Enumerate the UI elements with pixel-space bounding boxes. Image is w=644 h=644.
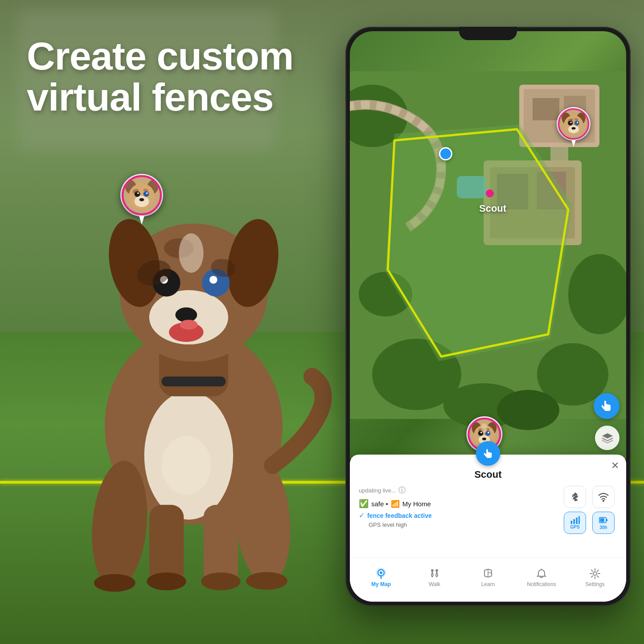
svg-rect-92	[578, 516, 580, 524]
nav-item-my-map[interactable]: My Map	[363, 567, 399, 587]
svg-point-33	[201, 573, 241, 591]
fence-status-text: fence feedback active	[367, 512, 432, 519]
svg-point-88	[603, 500, 604, 502]
phone-screen: Scout	[350, 31, 626, 602]
nav-label-learn: Learn	[481, 581, 495, 587]
sheet-content: updating live... ⓘ ✅ safe • 📶 My Home ✓ …	[350, 480, 626, 539]
svg-point-66	[574, 121, 579, 126]
nav-item-settings[interactable]: Settings	[577, 567, 613, 587]
sheet-gps-text: GPS level high	[369, 521, 558, 528]
nav-item-walk[interactable]: Walk	[417, 567, 452, 587]
map-background-svg	[350, 31, 626, 459]
phone-frame: Scout	[345, 27, 631, 606]
svg-rect-89	[570, 521, 572, 524]
battery-badge: 30h	[592, 512, 615, 534]
svg-point-100	[435, 569, 438, 572]
map-area: Scout	[350, 31, 626, 459]
svg-point-25	[180, 320, 197, 329]
pin-tail-left	[139, 216, 144, 225]
location-text: My Home	[402, 500, 431, 508]
svg-rect-94	[600, 518, 604, 522]
nav-item-notifications[interactable]: Notifications	[524, 567, 559, 587]
svg-point-4	[135, 196, 149, 207]
svg-point-67	[570, 122, 571, 123]
nav-item-learn[interactable]: Learn	[470, 567, 506, 587]
phone-wrapper: Scout	[345, 27, 631, 606]
headline-line2: virtual fences	[27, 75, 273, 119]
headline-line1: Create custom	[27, 34, 293, 78]
nav-label-settings: Settings	[585, 581, 604, 587]
svg-point-84	[481, 423, 487, 433]
map-layers-button[interactable]	[595, 426, 619, 450]
walk-icon	[428, 567, 441, 580]
svg-rect-91	[576, 517, 578, 524]
svg-point-31	[147, 573, 186, 591]
sheet-left-info: updating live... ⓘ ✅ safe • 📶 My Home ✓ …	[359, 486, 558, 534]
svg-point-99	[431, 569, 434, 572]
map-dog-pin-top[interactable]	[557, 107, 591, 147]
svg-rect-90	[573, 519, 575, 524]
sheet-right-badges: GPS 30h	[564, 486, 617, 534]
headline-container: Create custom virtual fences	[27, 36, 303, 118]
svg-point-7	[137, 193, 139, 194]
gps-label: GPS	[570, 525, 579, 529]
sheet-safe-status: ✅ safe • 📶 My Home	[359, 499, 558, 509]
svg-point-81	[482, 438, 486, 440]
notifications-icon	[535, 567, 548, 580]
map-hand-button[interactable]	[594, 393, 619, 419]
safe-text: safe •	[371, 500, 388, 508]
nav-label-notifications: Notifications	[527, 581, 556, 587]
sheet-hand-btn[interactable]	[476, 441, 500, 466]
svg-point-29	[179, 234, 203, 273]
svg-rect-48	[533, 98, 559, 120]
dog-avatar-left	[122, 175, 162, 215]
battery-label: 30h	[599, 525, 607, 530]
phone-notch	[459, 27, 517, 40]
svg-point-101	[593, 572, 597, 575]
fence-check-icon: ✓	[359, 511, 365, 520]
safe-check-icon: ✅	[359, 499, 369, 509]
bottom-sheet: ✕ Scout updating live... ⓘ ✅ safe • 📶 My…	[350, 455, 626, 602]
learn-icon	[482, 567, 494, 580]
updating-info-icon[interactable]: ⓘ	[398, 486, 406, 495]
dog-pin-left	[120, 174, 163, 225]
svg-point-68	[577, 122, 578, 123]
my-map-icon	[375, 567, 387, 580]
nav-label-my-map: My Map	[371, 581, 391, 587]
bluetooth-badge	[564, 486, 586, 508]
map-pink-dot	[486, 189, 494, 197]
wifi-badge	[592, 486, 615, 508]
svg-point-22	[209, 276, 217, 284]
nav-label-walk: Walk	[429, 581, 440, 587]
svg-point-9	[139, 198, 144, 201]
svg-point-97	[380, 571, 382, 574]
map-avatar-top	[558, 108, 589, 139]
svg-rect-32	[204, 505, 238, 584]
svg-point-37	[246, 572, 287, 590]
signal-bars-icon: 📶	[391, 500, 400, 508]
gps-badge: GPS	[564, 512, 586, 534]
headline-text: Create custom virtual fences	[27, 36, 303, 118]
svg-point-35	[94, 574, 135, 592]
map-scout-label: Scout	[479, 203, 506, 214]
svg-point-80	[488, 432, 489, 434]
svg-point-6	[144, 191, 149, 197]
dog-photo-container	[36, 109, 357, 599]
svg-point-38	[161, 436, 211, 495]
settings-icon	[589, 567, 601, 580]
svg-rect-30	[149, 505, 184, 584]
svg-point-69	[571, 127, 575, 129]
svg-rect-39	[161, 377, 226, 386]
sheet-updating-status: updating live... ⓘ	[359, 486, 558, 495]
svg-point-8	[146, 193, 148, 194]
svg-point-59	[497, 390, 559, 430]
pin-tail-map-top	[571, 140, 576, 147]
sheet-fence-status: ✓ fence feedback active	[359, 511, 558, 520]
updating-text: updating live...	[359, 487, 396, 494]
dog-silhouette	[36, 109, 357, 599]
map-home-dot	[439, 147, 452, 160]
bottom-navigation: My Map Walk	[350, 557, 626, 602]
sheet-close-button[interactable]: ✕	[611, 460, 619, 472]
svg-rect-95	[606, 519, 607, 521]
